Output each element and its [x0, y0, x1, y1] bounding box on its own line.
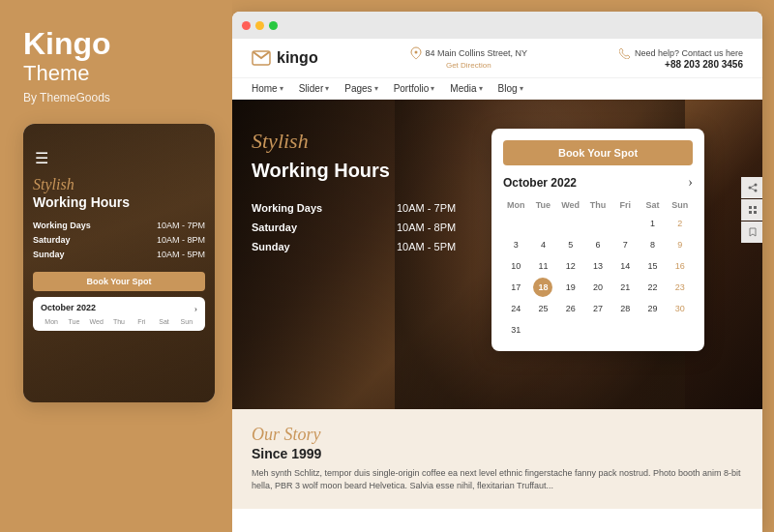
our-story-title: Our Story	[252, 425, 743, 446]
cal-day-22[interactable]: 22	[643, 278, 663, 297]
nav-menu-media[interactable]: Media▾	[450, 83, 482, 94]
mobile-cal-header-wed: Wed	[86, 318, 107, 325]
cal-day-5[interactable]: 5	[561, 235, 580, 254]
since-label: Since 1999	[252, 446, 743, 461]
cal-day-13[interactable]: 13	[588, 256, 608, 276]
cal-day-16[interactable]: 16	[670, 256, 690, 276]
cal-header-sun: Sun	[668, 198, 693, 212]
home-arrow-icon: ▾	[280, 84, 283, 93]
phone-icon	[619, 47, 631, 59]
cal-day-3[interactable]: 3	[506, 235, 525, 254]
mobile-cal-header: October 2022 ›	[41, 303, 197, 313]
mobile-hours-row-1: Working Days 10AM - 7PM	[33, 221, 205, 230]
cal-day-empty	[615, 214, 635, 233]
mobile-cal-month: October 2022	[41, 303, 96, 312]
side-icons-panel	[741, 177, 762, 243]
cal-day-1[interactable]: 1	[643, 214, 663, 233]
cal-day-28[interactable]: 28	[615, 299, 635, 318]
cal-month-label: October 2022	[503, 176, 577, 190]
cal-day-7[interactable]: 7	[615, 235, 635, 254]
grid-icon	[748, 205, 758, 215]
site-bottom-section: Our Story Since 1999 Meh synth Schlitz, …	[232, 409, 762, 509]
mobile-time-1: 10AM - 7PM	[157, 221, 205, 230]
svg-point-1	[414, 51, 417, 54]
mobile-hamburger-icon[interactable]: ☰	[33, 145, 205, 175]
cal-day-20[interactable]: 20	[588, 278, 608, 297]
nav-center: 84 Main Collins Street, NY Get Direction	[410, 46, 528, 70]
browser-dot-red[interactable]	[242, 21, 251, 30]
cal-day-25[interactable]: 25	[533, 299, 552, 318]
cal-day-19[interactable]: 19	[561, 278, 580, 297]
nav-phone: +88 203 280 3456	[619, 59, 743, 70]
svg-rect-9	[749, 211, 752, 214]
blog-arrow-icon: ▾	[520, 84, 523, 93]
nav-menu-blog[interactable]: Blog▾	[498, 83, 523, 94]
browser-chrome	[232, 12, 762, 39]
nav-logo-text: kingo	[277, 49, 318, 67]
mobile-time-3: 10AM - 5PM	[157, 250, 205, 259]
share-icon	[748, 183, 758, 192]
mobile-day-3: Sunday	[33, 250, 65, 259]
nav-logo-icon	[252, 50, 271, 66]
cal-day-18-today[interactable]: 18	[533, 278, 552, 297]
cal-day-26[interactable]: 26	[561, 299, 580, 318]
nav-get-direction[interactable]: Get Direction	[446, 61, 491, 70]
cal-day-17[interactable]: 17	[506, 278, 525, 297]
cal-header-fri: Fri	[612, 198, 638, 212]
cal-day-21[interactable]: 21	[615, 278, 635, 297]
svg-line-5	[750, 185, 756, 188]
side-icon-grid[interactable]	[741, 199, 762, 221]
cal-day-12[interactable]: 12	[561, 256, 580, 276]
cal-day-empty	[506, 214, 525, 233]
nav-menu-home[interactable]: Home▾	[252, 83, 283, 94]
cal-day-10[interactable]: 10	[506, 256, 525, 276]
hours-row-3: Sunday 10AM - 5PM	[252, 241, 456, 252]
nav-menu-portfolio[interactable]: Portfolio▾	[394, 83, 435, 94]
hours-row-1: Working Days 10AM - 7PM	[252, 202, 456, 214]
mobile-mockup: ☰ Stylish Working Hours Working Days 10A…	[23, 124, 215, 402]
cal-day-30[interactable]: 30	[670, 299, 690, 318]
site-hero: Stylish Working Hours Working Days 10AM …	[232, 100, 762, 409]
mobile-book-button[interactable]: Book Your Spot	[33, 272, 205, 291]
svg-rect-10	[754, 211, 757, 214]
hours-day-3: Sunday	[252, 241, 339, 252]
mobile-day-1: Working Days	[33, 221, 91, 230]
cal-day-24[interactable]: 24	[506, 299, 525, 318]
cal-day-4[interactable]: 4	[533, 235, 552, 254]
cal-day-2[interactable]: 2	[670, 214, 690, 233]
mobile-cal-arrow-icon[interactable]: ›	[194, 303, 197, 313]
browser-dot-green[interactable]	[269, 21, 278, 30]
hours-day-2: Saturday	[252, 222, 339, 233]
mobile-day-2: Saturday	[33, 235, 71, 245]
cal-day-14[interactable]: 14	[615, 256, 635, 276]
cal-day-31[interactable]: 31	[506, 320, 525, 340]
cal-header-mon: Mon	[503, 198, 528, 212]
cal-day-9[interactable]: 9	[670, 235, 690, 254]
cal-day-11[interactable]: 11	[533, 256, 552, 276]
cal-header-tue: Tue	[530, 198, 555, 212]
cal-next-arrow-icon[interactable]: ›	[688, 175, 693, 191]
nav-menu-pages[interactable]: Pages▾	[344, 83, 377, 94]
side-icon-share[interactable]	[741, 177, 762, 198]
cal-day-8[interactable]: 8	[643, 235, 663, 254]
browser-dot-yellow[interactable]	[255, 21, 264, 30]
bookmark-icon	[748, 227, 758, 237]
hero-stylish-text: Stylish	[252, 129, 456, 154]
cal-day-6[interactable]: 6	[588, 235, 608, 254]
nav-menu-slider[interactable]: Slider▾	[299, 83, 330, 94]
brand-logo: Kingo Theme By ThemeGoods	[23, 27, 209, 104]
cal-day-29[interactable]: 29	[643, 299, 663, 318]
cal-header-thu: Thu	[585, 198, 610, 212]
book-your-spot-button[interactable]: Book Your Spot	[503, 140, 693, 165]
cal-day-27[interactable]: 27	[588, 299, 608, 318]
side-icon-bookmark[interactable]	[741, 222, 762, 243]
hours-time-2: 10AM - 8PM	[397, 222, 456, 233]
cal-day-15[interactable]: 15	[643, 256, 663, 276]
nav-address: 84 Main Collins Street, NY	[426, 48, 528, 58]
hours-day-1: Working Days	[252, 202, 339, 214]
mobile-cal-days: Mon Tue Wed Thu Fri Sat Sun	[41, 318, 197, 325]
calendar-popup: Book Your Spot October 2022 › Mon Tue We…	[491, 129, 704, 351]
nav-menu: Home▾ Slider▾ Pages▾ Portfolio▾ Media▾ B…	[232, 78, 762, 100]
cal-day-23[interactable]: 23	[670, 278, 690, 297]
cal-day-empty	[588, 214, 608, 233]
